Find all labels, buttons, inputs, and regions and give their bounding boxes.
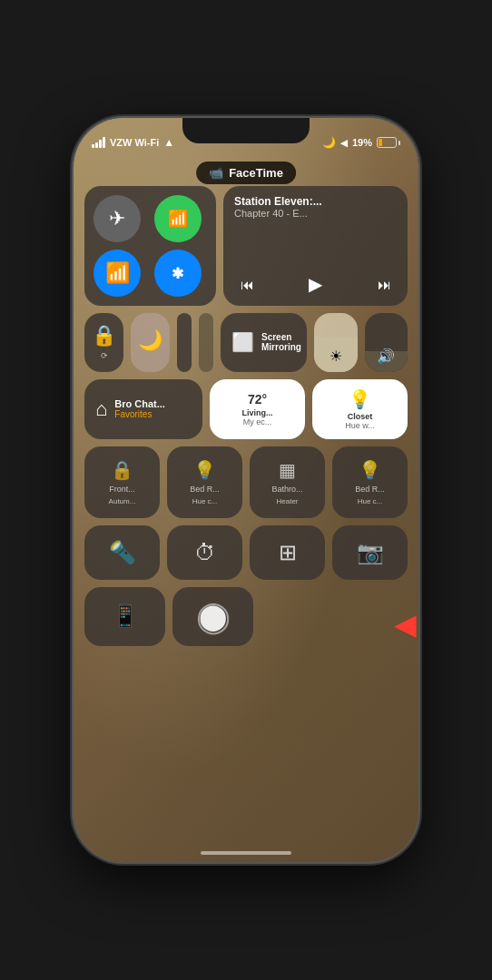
rotation-lock-icon: 🔒 bbox=[92, 324, 116, 348]
focus-block-4[interactable] bbox=[199, 313, 213, 372]
wifi-button[interactable]: 📶 bbox=[93, 250, 141, 297]
rewind-icon: ⏮ bbox=[241, 277, 254, 292]
connectivity-block: ✈ 📶 📶 ✱ bbox=[84, 186, 216, 306]
red-arrow-indicator: ◀ bbox=[394, 607, 417, 642]
signal-bar-3 bbox=[99, 140, 102, 148]
calculator-icon: ⊞ bbox=[279, 540, 297, 565]
fifth-row: 🔦 ⏱ ⊞ 📷 bbox=[84, 525, 408, 580]
status-right: 🌙 ◀ 19% bbox=[322, 136, 400, 149]
cellular-button[interactable]: 📶 bbox=[154, 195, 202, 242]
living-accessory-name: Living... bbox=[241, 408, 272, 417]
homekit-title: Bro Chat... bbox=[114, 398, 165, 409]
bathroom-sub: Heater bbox=[276, 497, 298, 505]
camera-icon: 📷 bbox=[357, 540, 384, 565]
signal-bar-1 bbox=[92, 144, 94, 148]
front-shortcut-button[interactable]: 🔒 Front... Autum... bbox=[84, 446, 160, 518]
screen-record-button[interactable]: ⬤ ◯ bbox=[172, 587, 253, 646]
signal-bar-2 bbox=[95, 142, 98, 148]
carrier-label: VZW Wi-Fi bbox=[110, 137, 159, 148]
row6-spacer1 bbox=[261, 587, 330, 646]
bulb1-icon: 💡 bbox=[193, 459, 216, 481]
remote-button[interactable]: 📱 bbox=[84, 587, 165, 646]
media-player-block: Station Eleven:... Chapter 40 - E... ⏮ ▶… bbox=[223, 186, 408, 306]
cellular-icon: 📶 bbox=[168, 209, 188, 229]
fast-forward-icon: ⏭ bbox=[378, 277, 391, 292]
airplane-icon: ✈ bbox=[109, 207, 125, 230]
lock-shortcut-icon: 🔒 bbox=[111, 459, 133, 481]
homekit-button[interactable]: ⌂ Bro Chat... Favorites bbox=[84, 379, 202, 439]
home-indicator bbox=[201, 851, 291, 855]
moon-dnd-icon: 🌙 bbox=[138, 328, 162, 352]
battery-tip bbox=[399, 141, 400, 145]
third-row: ⌂ Bro Chat... Favorites 72° Living... My… bbox=[84, 379, 408, 439]
play-icon: ▶ bbox=[309, 273, 322, 295]
battery-indicator bbox=[377, 137, 400, 148]
closet-hue-button[interactable]: 💡 Closet Hue w... bbox=[312, 379, 408, 439]
play-pause-button[interactable]: ▶ bbox=[303, 271, 329, 297]
timer-button[interactable]: ⏱ bbox=[167, 525, 242, 580]
home-labels: Bro Chat... Favorites bbox=[114, 398, 165, 419]
bedr1-sub: Hue c... bbox=[192, 497, 218, 505]
home-icon: ⌂ bbox=[95, 397, 107, 421]
bedr2-label: Bed R... bbox=[355, 485, 385, 494]
media-title: Station Eleven:... bbox=[234, 195, 397, 208]
bedr1-label: Bed R... bbox=[190, 485, 220, 494]
rotation-lock-button[interactable]: 🔒 ⟳ bbox=[84, 313, 123, 372]
fourth-row: 🔒 Front... Autum... 💡 Bed R... Hue c... … bbox=[84, 446, 408, 518]
front-shortcut-sub: Autum... bbox=[109, 497, 136, 505]
living-accessory-button[interactable]: 72° Living... My ec... bbox=[210, 379, 305, 439]
second-row: 🔒 ⟳ 🌙 ⬜ Screen Mirroring bbox=[84, 313, 408, 372]
screen-mirror-title: Screen Mirroring bbox=[261, 332, 301, 352]
front-shortcut-label: Front... bbox=[109, 485, 135, 494]
screen-mirror-labels: Screen Mirroring bbox=[261, 332, 301, 352]
phone-screen: VZW Wi-Fi ▲ 🌙 ◀ 19% 📹 FaceTime bbox=[74, 118, 418, 862]
facetime-camera-icon: 📹 bbox=[209, 166, 223, 180]
remote-icon: 📱 bbox=[112, 603, 139, 629]
sixth-row: 📱 ⬤ ◯ ◀ bbox=[84, 587, 408, 646]
media-controls: ⏮ ▶ ⏭ bbox=[234, 271, 397, 297]
screen-mirror-button[interactable]: ⬜ Screen Mirroring bbox=[221, 313, 307, 372]
bluetooth-icon: ✱ bbox=[172, 265, 183, 282]
moon-icon: 🌙 bbox=[322, 136, 336, 149]
calculator-button[interactable]: ⊞ bbox=[250, 525, 325, 580]
bedr2-shortcut-button[interactable]: 💡 Bed R... Hue c... bbox=[332, 446, 408, 518]
living-accessory-sub: My ec... bbox=[243, 417, 272, 426]
camera-button[interactable]: 📷 bbox=[332, 525, 408, 580]
bedr1-shortcut-button[interactable]: 💡 Bed R... Hue c... bbox=[167, 446, 242, 518]
airplane-mode-button[interactable]: ✈ bbox=[93, 195, 141, 242]
battery-fill bbox=[379, 139, 382, 146]
focus-block-3[interactable] bbox=[177, 313, 192, 372]
closet-accessory-name: Closet bbox=[348, 412, 373, 421]
wifi-icon: ▲ bbox=[163, 136, 174, 149]
status-left: VZW Wi-Fi ▲ bbox=[92, 136, 174, 149]
bulb2-icon: 💡 bbox=[359, 459, 381, 481]
record-ring-icon: ◯ bbox=[196, 598, 231, 634]
brightness-icon: ☀ bbox=[330, 348, 342, 365]
top-row: ✈ 📶 📶 ✱ Station Eleven:... bbox=[84, 186, 408, 306]
bathroom-shortcut-button[interactable]: ▦ Bathro... Heater bbox=[250, 446, 325, 518]
signal-bar-4 bbox=[103, 137, 105, 148]
screen-mirror-icon: ⬜ bbox=[231, 331, 254, 353]
timer-icon: ⏱ bbox=[194, 540, 216, 565]
facetime-notification[interactable]: 📹 FaceTime bbox=[196, 162, 296, 184]
fast-forward-button[interactable]: ⏭ bbox=[371, 271, 397, 297]
closet-bulb-icon: 💡 bbox=[349, 388, 371, 410]
battery-body bbox=[377, 137, 397, 148]
notch bbox=[182, 118, 310, 143]
rewind-button[interactable]: ⏮ bbox=[234, 271, 260, 297]
rotation-lock-label: ⟳ bbox=[101, 351, 108, 361]
facetime-label: FaceTime bbox=[229, 166, 283, 180]
flashlight-button[interactable]: 🔦 bbox=[84, 525, 160, 580]
brightness-slider[interactable]: ☀ bbox=[314, 313, 358, 372]
location-icon: ◀ bbox=[340, 138, 348, 148]
bathroom-label: Bathro... bbox=[271, 485, 302, 494]
wifi-btn-icon: 📶 bbox=[105, 261, 130, 285]
closet-accessory-sub: Hue w... bbox=[345, 421, 375, 430]
bluetooth-button[interactable]: ✱ bbox=[154, 250, 202, 297]
signal-bars-icon bbox=[92, 137, 105, 148]
media-subtitle: Chapter 40 - E... bbox=[234, 208, 397, 219]
do-not-disturb-button[interactable]: 🌙 bbox=[131, 313, 170, 372]
volume-slider[interactable]: 🔊 bbox=[365, 313, 408, 372]
phone-frame: VZW Wi-Fi ▲ 🌙 ◀ 19% 📹 FaceTime bbox=[74, 118, 418, 862]
control-center: ✈ 📶 📶 ✱ Station Eleven:... bbox=[84, 186, 408, 835]
